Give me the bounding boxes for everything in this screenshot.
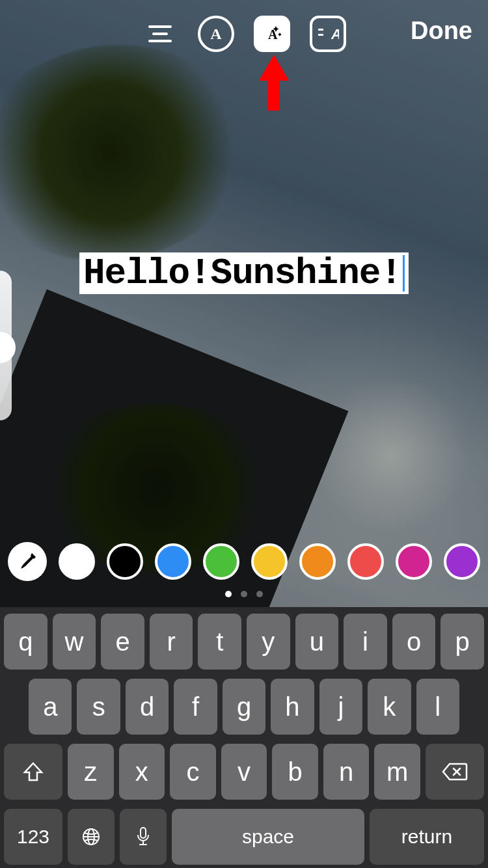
done-button[interactable]: Done (411, 17, 472, 45)
key-backspace[interactable] (426, 744, 484, 800)
svg-rect-5 (318, 29, 323, 31)
key-n[interactable]: n (323, 744, 370, 800)
svg-rect-14 (141, 828, 146, 838)
key-m[interactable]: m (374, 744, 420, 800)
key-w[interactable]: w (53, 614, 96, 670)
font-style-button[interactable]: A (198, 16, 234, 52)
color-swatch-yellow[interactable] (251, 543, 288, 580)
key-b[interactable]: b (272, 744, 318, 800)
page-dot (256, 591, 263, 597)
key-k[interactable]: k (368, 679, 411, 735)
key-z[interactable]: z (68, 744, 114, 800)
color-swatch-white[interactable] (59, 543, 95, 580)
key-h[interactable]: h (271, 679, 314, 735)
key-shift[interactable] (4, 744, 62, 800)
key-s[interactable]: s (77, 679, 120, 735)
key-u[interactable]: u (295, 614, 339, 670)
key-e[interactable]: e (101, 614, 144, 670)
color-swatch-green[interactable] (203, 543, 239, 580)
key-j[interactable]: j (319, 679, 362, 735)
key-g[interactable]: g (223, 679, 265, 735)
text-align-button[interactable] (142, 16, 178, 52)
keyboard-row: q w e r t y u i o p (4, 614, 484, 670)
key-f[interactable]: f (174, 679, 217, 735)
key-return[interactable]: return (370, 809, 484, 865)
key-y[interactable]: y (247, 614, 290, 670)
keyboard-row: 123 space return (4, 809, 484, 865)
key-v[interactable]: v (221, 744, 267, 800)
text-effects-button[interactable]: A (254, 16, 290, 52)
keyboard-row: z x c v b n m (4, 744, 484, 800)
color-swatch-blue[interactable] (155, 543, 191, 580)
key-r[interactable]: r (150, 614, 193, 670)
key-p[interactable]: p (441, 614, 484, 670)
key-q[interactable]: q (4, 614, 47, 670)
color-swatch-black[interactable] (107, 543, 143, 580)
color-swatch-red[interactable] (347, 543, 384, 580)
color-picker-button[interactable] (8, 542, 47, 581)
palette-page-dots (0, 591, 488, 597)
key-t[interactable]: t (198, 614, 241, 670)
key-d[interactable]: d (126, 679, 169, 735)
key-i[interactable]: i (344, 614, 387, 670)
svg-text:A: A (331, 26, 339, 42)
ios-keyboard: q w e r t y u i o p a s d f g h j k l z … (0, 607, 488, 868)
key-a[interactable]: a (29, 679, 72, 735)
svg-rect-6 (318, 34, 323, 36)
color-palette (0, 542, 488, 581)
key-space[interactable]: space (172, 809, 364, 865)
text-cursor (403, 255, 405, 292)
story-text-field[interactable]: Hello!Sunshine! (79, 252, 409, 294)
color-swatch-magenta[interactable] (396, 543, 432, 580)
key-o[interactable]: o (392, 614, 436, 670)
key-x[interactable]: x (119, 744, 165, 800)
key-globe[interactable] (68, 809, 115, 865)
svg-text:A: A (210, 25, 222, 42)
page-dot (225, 591, 232, 597)
story-text-value: Hello!Sunshine! (83, 252, 401, 294)
keyboard-row: a s d f g h j k l (4, 679, 484, 735)
key-numbers[interactable]: 123 (4, 809, 62, 865)
color-swatch-orange[interactable] (299, 543, 336, 580)
page-dot (241, 591, 247, 597)
text-animation-button[interactable]: A (310, 16, 346, 52)
key-c[interactable]: c (170, 744, 216, 800)
color-swatch-purple[interactable] (444, 543, 480, 580)
key-dictation[interactable] (120, 809, 167, 865)
key-l[interactable]: l (416, 679, 459, 735)
